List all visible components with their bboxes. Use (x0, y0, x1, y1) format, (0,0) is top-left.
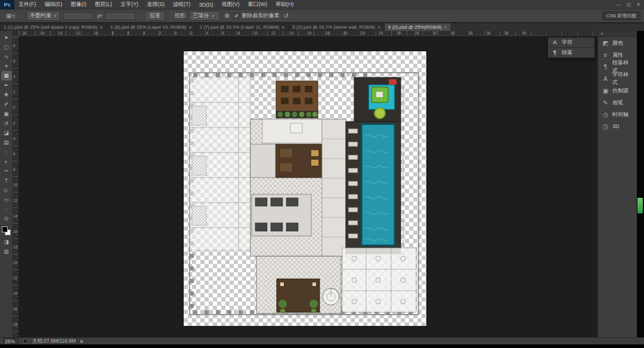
menu-item[interactable]: 窗口(W) (244, 0, 272, 9)
tool-preset-picker[interactable]: ⊞ ▾ (4, 12, 17, 20)
ruler-origin-corner[interactable] (13, 31, 19, 37)
photoshop-window: Ps 文件(F)编辑(E)图像(I)图层(L)文字(Y)选择(S)滤镜(T)3D… (0, 0, 644, 348)
overlay-view-value: 三等分 (193, 12, 209, 20)
panel-3d[interactable]: ◳ 3D (598, 120, 637, 132)
tool-icon: ▥ (4, 248, 9, 254)
close-icon[interactable]: × (444, 24, 447, 30)
menu-item[interactable]: 帮助(H) (271, 0, 298, 9)
panel-icon: ✎ (602, 100, 609, 106)
panel-clone-source[interactable]: ▣ 仿制源 (598, 85, 637, 97)
eraser-tool[interactable]: ◪ (1, 128, 12, 138)
hand-tool[interactable]: ☞ (1, 204, 12, 214)
panel-label: 字符样式 (612, 71, 633, 86)
status-options-arrow[interactable]: ▶ (80, 339, 83, 344)
history-brush-tool[interactable]: ↺ (1, 119, 12, 128)
tools-panel: ➤ ▢ ∿ ✶ ⊞ ✒ ✚ ✐ ▣ ↺ ◪ ▤ (0, 31, 13, 337)
zoom-level-field[interactable]: 25% (3, 338, 18, 345)
window-controls: — ◱ ✕ (617, 2, 640, 7)
dodge-tool[interactable]: ◐ (1, 157, 12, 166)
document-tab[interactable]: 6 (2).psd @ 25%(RGB/8) × (385, 23, 451, 31)
close-icon[interactable]: × (281, 24, 284, 30)
panel-icon: A (551, 39, 559, 45)
canvas[interactable] (184, 51, 426, 326)
panel-timeline[interactable]: ◷ 时间轴 (598, 108, 637, 120)
menu-item[interactable]: 3D(D) (195, 0, 218, 9)
zoom-tool[interactable]: ⊙ (1, 214, 12, 223)
tool-icon: ✚ (4, 92, 9, 98)
panel-label: 属性 (612, 51, 623, 59)
panel-character-styles[interactable]: A 字符样式 (598, 73, 637, 85)
close-button[interactable]: ✕ (636, 2, 640, 7)
horizontal-ruler[interactable]: 18 16 14 12 10 8 6 4 2 0 2 4 6 8 10 12 1… (19, 31, 597, 37)
color-swatches[interactable] (2, 226, 11, 235)
path-selection-tool[interactable]: ▷ (1, 185, 12, 195)
restore-button[interactable]: ◱ (627, 2, 631, 7)
aspect-ratio-select[interactable]: 不受约束 ▾ (26, 11, 60, 21)
menu-item[interactable]: 滤镜(T) (169, 0, 195, 9)
clone-stamp-tool[interactable]: ▣ (1, 109, 12, 119)
menu-item[interactable]: 编辑(E) (41, 0, 67, 9)
panel-label: 段落 (562, 49, 572, 57)
tool-icon: ◐ (5, 159, 8, 164)
cs6-new-features-badge[interactable]: CS6 新增功能 (602, 11, 640, 20)
vertical-ruler[interactable]: 8 6 4 2 0 2 4 6 8 10 12 14 16 18 20 22 2… (13, 37, 19, 337)
document-tab[interactable]: 5 (2).psd @ 16.7% (stone wall, RGB/8) × (289, 23, 385, 31)
shape-tool[interactable]: ▭ (1, 195, 12, 204)
screen-mode-button[interactable]: ▥ (1, 247, 12, 256)
pen-tool[interactable]: ✑ (1, 166, 12, 176)
tool-icon: ↺ (4, 120, 9, 126)
magic-wand-tool[interactable]: ✶ (1, 61, 12, 71)
app-logo-icon[interactable]: Ps (0, 0, 14, 10)
crop-height-input[interactable] (105, 12, 136, 20)
panel-label: 仿制源 (612, 87, 628, 95)
screen-edge-artifact (637, 198, 643, 213)
gradient-tool[interactable]: ▤ (1, 138, 12, 147)
document-thumbnail-icon (23, 339, 27, 343)
dock-collapse-button[interactable]: « (598, 31, 637, 37)
overlay-view-select[interactable]: 三等分 ▾ (189, 11, 220, 21)
panel-character[interactable]: A 字符 (548, 38, 595, 48)
swap-dimensions-icon[interactable]: ⇄ (97, 13, 102, 19)
type-tool[interactable]: T (1, 176, 12, 185)
menu-item[interactable]: 选择(S) (143, 0, 169, 9)
menu-item[interactable]: 文件(F) (14, 0, 41, 9)
document-tab[interactable]: 1 (8).psd @ 25% (Layer 10, RGB/8) × (107, 23, 196, 31)
marquee-tool[interactable]: ▢ (1, 42, 12, 52)
minimize-button[interactable]: — (617, 2, 621, 7)
floor-plan-image (184, 51, 426, 326)
pasteboard (19, 37, 597, 337)
move-tool[interactable]: ➤ (1, 33, 12, 42)
close-icon[interactable]: × (189, 24, 192, 30)
lasso-tool[interactable]: ∿ (1, 52, 12, 61)
eyedropper-tool[interactable]: ✒ (1, 80, 12, 90)
quick-mask-button[interactable]: ◨ (1, 237, 12, 247)
close-icon[interactable]: × (377, 24, 380, 30)
panel-paragraph[interactable]: ¶ 段落 (548, 48, 595, 58)
tool-options-bar: ⊞ ▾ 不受约束 ▾ ⇄ 拉直 视图: 三等分 ▾ ⚙ ✓ 删除裁剪的像素 ↺ … (0, 10, 644, 23)
menu-item[interactable]: 图层(L) (91, 0, 116, 9)
checkbox-check-icon: ✓ (234, 13, 239, 18)
crop-tool[interactable]: ⊞ (1, 71, 12, 80)
tool-icon: ▷ (4, 187, 8, 193)
menu-item[interactable]: 文字(Y) (116, 0, 143, 9)
document-tab-label: 1 (1).psd @ 25% (sell space 2 copy, RGB/… (4, 24, 97, 30)
panel-icon: ◷ (602, 111, 609, 118)
reset-icon[interactable]: ↺ (282, 13, 289, 19)
panel-color[interactable]: ◩ 颜色 (598, 37, 637, 49)
healing-brush-tool[interactable]: ✚ (1, 90, 12, 100)
brush-tool[interactable]: ✐ (1, 100, 12, 109)
document-tab[interactable]: 1 (7).psd @ 33.3% (Layer 11, RGB/8) × (196, 23, 289, 31)
menu-item[interactable]: 图像(I) (67, 0, 91, 9)
document-tab[interactable]: 1 (1).psd @ 25% (sell space 2 copy, RGB/… (0, 23, 107, 31)
panel-brush[interactable]: ✎ 画笔 (598, 97, 637, 108)
panel-label: 颜色 (612, 39, 623, 47)
blur-tool[interactable]: ◌ (1, 147, 12, 157)
menu-item[interactable]: 视图(V) (218, 0, 244, 9)
crop-width-input[interactable] (63, 12, 94, 20)
close-icon[interactable]: × (100, 24, 103, 30)
foreground-color-swatch[interactable] (2, 226, 8, 232)
delete-cropped-pixels-checkbox[interactable]: ✓ 删除裁剪的像素 (234, 12, 279, 20)
straighten-button[interactable]: 拉直 (145, 11, 165, 21)
crop-options-gear-icon[interactable]: ⚙ (223, 13, 231, 19)
canvas-area: 18 16 14 12 10 8 6 4 2 0 2 4 6 8 10 12 1… (13, 31, 597, 337)
